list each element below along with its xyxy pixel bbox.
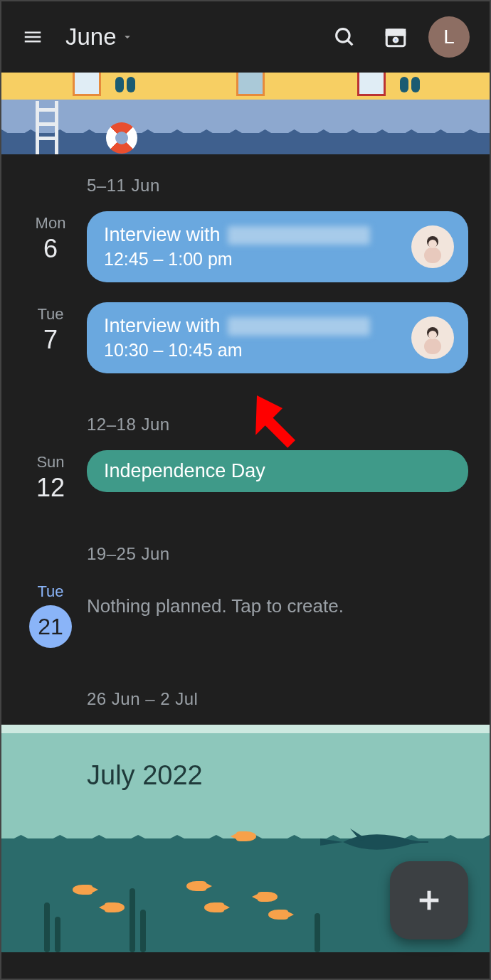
svg-line-1 <box>348 41 353 46</box>
date-indicator[interactable]: Sun 12 <box>23 450 78 503</box>
month-label: June <box>65 23 117 50</box>
app-header: June L <box>1 1 490 73</box>
svg-point-4 <box>394 38 398 42</box>
svg-rect-9 <box>424 339 441 354</box>
event-time: 12:45 – 1:00 pm <box>104 249 403 270</box>
dropdown-icon <box>121 31 134 43</box>
svg-point-0 <box>337 29 349 42</box>
month-selector[interactable]: June <box>65 23 134 50</box>
svg-rect-7 <box>428 240 437 248</box>
date-indicator-today[interactable]: Tue 21 <box>23 580 78 648</box>
redacted-name <box>228 226 370 245</box>
plus-icon <box>415 886 443 915</box>
svg-rect-6 <box>424 247 441 263</box>
empty-day-prompt[interactable]: Nothing planned. Tap to create. <box>87 580 468 617</box>
swordfish-icon <box>315 824 428 860</box>
today-icon[interactable] <box>374 16 417 58</box>
create-event-fab[interactable] <box>390 861 468 939</box>
attendee-avatar <box>411 316 454 359</box>
date-indicator[interactable]: Mon 6 <box>23 211 78 264</box>
week-range-label: 5–11 Jun <box>1 154 490 211</box>
svg-rect-10 <box>428 331 437 339</box>
date-indicator[interactable]: Tue 7 <box>23 302 78 355</box>
week-range-label: 12–18 Jun <box>1 393 490 450</box>
event-interview-1[interactable]: Interview with 12:45 – 1:00 pm <box>87 211 468 282</box>
day-row-tue-21: Tue 21 Nothing planned. Tap to create. <box>1 580 490 668</box>
event-title-prefix: Interview with <box>104 224 221 246</box>
next-month-label: July 2022 <box>87 760 203 791</box>
attendee-avatar <box>411 225 454 268</box>
day-row-sun-12: Sun 12 Independence Day <box>1 450 490 523</box>
svg-rect-3 <box>386 30 405 35</box>
avatar-initial: L <box>443 26 455 48</box>
week-range-label: 26 Jun – 2 Jul <box>1 668 490 725</box>
event-title-prefix: Interview with <box>104 315 221 337</box>
event-independence-day[interactable]: Independence Day <box>87 450 468 492</box>
day-row-tue-7: Tue 7 Interview with 10:30 – 10:45 am <box>1 302 490 393</box>
june-month-banner <box>1 73 490 154</box>
event-title: Independence Day <box>104 460 265 482</box>
day-row-mon-6: Mon 6 Interview with 12:45 – 1:00 pm <box>1 211 490 302</box>
menu-icon[interactable] <box>11 16 54 58</box>
event-interview-2[interactable]: Interview with 10:30 – 10:45 am <box>87 302 468 373</box>
account-avatar[interactable]: L <box>428 16 470 58</box>
lifesaver-icon <box>106 122 137 154</box>
week-range-label: 19–25 Jun <box>1 523 490 580</box>
search-icon[interactable] <box>323 16 366 58</box>
redacted-name <box>228 317 370 336</box>
event-time: 10:30 – 10:45 am <box>104 340 403 361</box>
